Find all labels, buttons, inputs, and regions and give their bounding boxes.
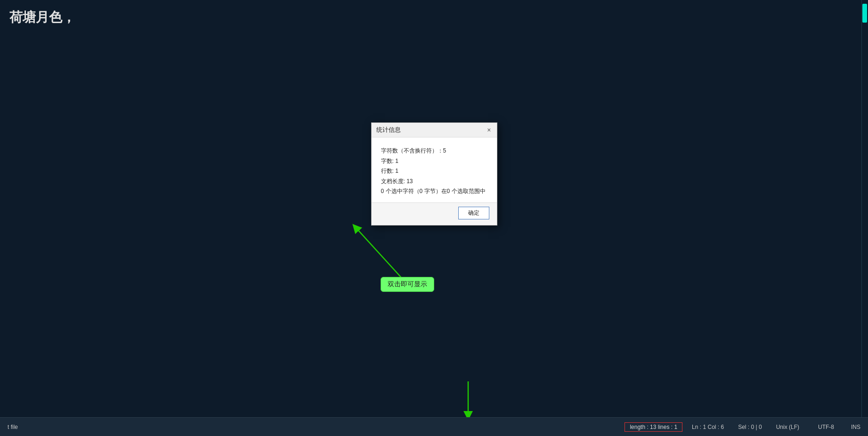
doc-length-stat: 文档长度: 13 [381, 178, 413, 185]
status-length-section: length : 13 lines : 1 Ln : 1 Col : 6 Sel… [625, 422, 868, 432]
status-bar: t file length : 13 lines : 1 Ln : 1 Col … [0, 417, 868, 436]
line-count-stat: 行数: 1 [381, 168, 398, 174]
word-count-stat: 字数: 1 [381, 158, 398, 164]
status-encoding: UTF-8 [809, 424, 844, 430]
length-lines-box: length : 13 lines : 1 [625, 422, 682, 432]
status-file-type: t file [0, 424, 25, 430]
status-insert-mode: INS [844, 424, 868, 430]
selection-stat: 0 个选中字符（0 字节）在0 个选取范围中 [381, 188, 486, 194]
editor-area: 荷塘月色， 统计信息 × 字符数（不含换行符）：5 字数: 1 行数: 1 文档… [0, 0, 868, 417]
dialog-title: 统计信息 [376, 126, 401, 134]
status-ln-col: Ln : 1 Col : 6 [682, 424, 733, 430]
tooltip-box: 双击即可显示 [381, 277, 434, 292]
confirm-button[interactable]: 确定 [458, 207, 489, 219]
status-eol: Unix (LF) [767, 424, 809, 430]
dialog-titlebar: 统计信息 × [372, 123, 497, 137]
status-selection: Sel : 0 | 0 [733, 424, 766, 430]
stats-dialog: 统计信息 × 字符数（不含换行符）：5 字数: 1 行数: 1 文档长度: 13… [371, 122, 497, 226]
char-count-stat: 字符数（不含换行符）：5 [381, 147, 446, 154]
dialog-overlay: 统计信息 × 字符数（不含换行符）：5 字数: 1 行数: 1 文档长度: 13… [0, 0, 868, 417]
tooltip-text: 双击即可显示 [388, 280, 427, 288]
dialog-body: 字符数（不含换行符）：5 字数: 1 行数: 1 文档长度: 13 0 个选中字… [372, 137, 497, 202]
dialog-footer: 确定 [372, 202, 497, 225]
dialog-close-button[interactable]: × [486, 127, 492, 133]
